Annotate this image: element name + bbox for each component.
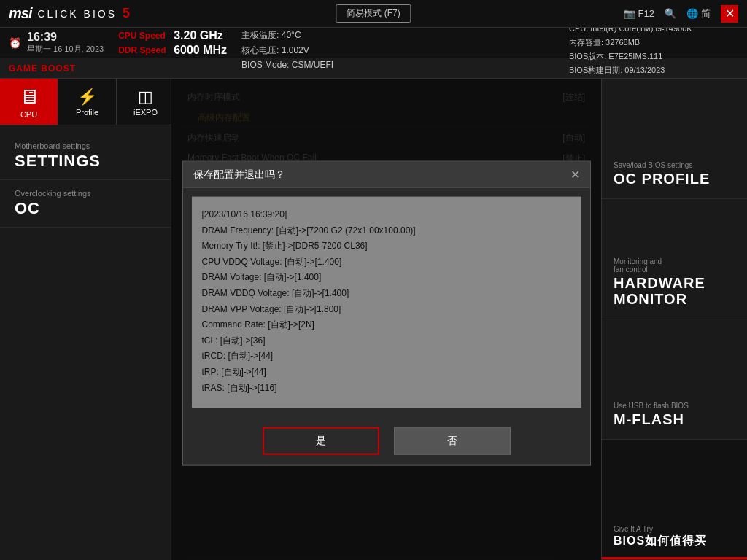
right-sidebar-mflash[interactable]: Use USB to flash BIOS M-FLASH [602,319,747,440]
sidebar-item-oc[interactable]: Overclocking settings OC [0,180,171,228]
game-boost-label: GAME BOOST [9,63,76,74]
log-line-2: Memory Try It!: [禁止]->[DDR5-7200 CL36] [202,238,571,254]
give-try-sub: Give It A Try [614,525,735,533]
camera-icon: 📷 [624,8,635,19]
left-sidebar: 🖥 CPU ⚡ Profile ◫ iEXPO Motherboard sett… [0,79,171,560]
dialog-footer: 是 否 [183,417,590,465]
right-sidebar-give-try[interactable]: Give It A Try BIOS如何值得买 [602,440,747,560]
bios-date-info: BIOS构建日期: 09/13/2023 [569,63,738,77]
log-line-10: tRP: [自动]->[44] [202,365,571,381]
language-button[interactable]: 🌐 简 [686,7,711,20]
nav-tab-profile[interactable]: ⚡ Profile [58,79,117,125]
log-line-6: DRAM VPP Voltage: [自动]->[1.800] [202,301,571,317]
right-sidebar-hw-monitor[interactable]: Monitoring andfan control HARDWAREMONITO… [602,199,747,319]
simple-mode-button[interactable]: 简易模式 (F7) [336,4,411,23]
confirm-no-button[interactable]: 否 [394,427,511,455]
ddr-speed-value: 6000 MHz [174,44,227,57]
right-sidebar: Save/load BIOS settings OC PROFILE Monit… [601,79,747,560]
cpu-icon: 🖥 [19,85,39,109]
sidebar-item-settings[interactable]: Motherboard settings SETTINGS [0,133,171,180]
header-center: 简易模式 (F7) [336,4,411,23]
log-line-7: Command Rate: [自动]->[2N] [202,317,571,333]
lang-label: 简 [701,7,711,20]
sidebar-oc-title: OC [15,199,156,218]
mflash-title: M-FLASH [614,411,735,427]
header-right: 📷 F12 🔍 🌐 简 ✕ [624,5,738,23]
clock-info: ⏰ 16:39 星期一 16 10月, 2023 [9,31,104,55]
memory-info: 内存容量: 32768MB [569,36,738,50]
logo-5-text: 5 [123,6,130,21]
iexpo-icon: ◫ [138,88,153,106]
mb-temp: 主板温度: 40°C [241,28,333,42]
sidebar-settings-title: SETTINGS [15,152,156,171]
logo: msi CLICK BIOS 5 [9,5,130,22]
cpu-speed-value: 3.20 GHz [174,29,223,42]
search-icon: 🔍 [665,8,676,19]
nav-tabs: 🖥 CPU ⚡ Profile ◫ iEXPO [0,79,171,125]
nav-tab-profile-label: Profile [76,108,98,117]
info-bar: ⏰ 16:39 星期一 16 10月, 2023 CPU Speed 3.20 … [0,28,747,58]
profile-icon: ⚡ [77,88,97,106]
globe-icon: 🌐 [686,8,698,19]
log-line-8: tCL: [自动]->[36] [202,332,571,349]
clock-date: 星期一 16 10月, 2023 [27,44,104,55]
search-button[interactable]: 🔍 [665,8,676,19]
dialog-titlebar: 保存配置并退出吗？ ✕ [183,162,590,188]
right-sidebar-oc-profile[interactable]: Save/load BIOS settings OC PROFILE [602,79,747,199]
dialog-body: [2023/10/16 16:39:20] DRAM Frequency: [自… [192,197,581,408]
logo-msi-text: msi [9,5,31,22]
log-line-9: tRCD: [自动]->[44] [202,349,571,365]
log-line-5: DRAM VDDQ Voltage: [自动]->[1.400] [202,286,571,302]
speed-info: CPU Speed 3.20 GHz DDR Speed 6000 MHz [118,29,227,57]
nav-tab-cpu-label: CPU [20,110,37,119]
hw-monitor-sub: Monitoring andfan control [614,257,735,273]
close-button[interactable]: ✕ [721,5,738,23]
cpu-speed-label: CPU Speed [118,31,169,41]
dialog-title: 保存配置并退出吗？ [193,168,285,181]
log-line-3: CPU VDDQ Voltage: [自动]->[1.400] [202,254,571,270]
bios-mode: BIOS Mode: CSM/UEFI [241,58,333,72]
core-voltage: 核心电压: 1.002V [241,43,333,58]
nav-tab-cpu[interactable]: 🖥 CPU [0,79,58,125]
give-try-title: BIOS如何值得买 [614,534,735,548]
header-bar: msi CLICK BIOS 5 简易模式 (F7) 📷 F12 🔍 🌐 简 ✕ [0,0,747,28]
clock-icon: ⏰ [9,37,21,49]
ddr-speed-label: DDR Speed [118,45,169,55]
clock-time: 16:39 [27,31,104,44]
sidebar-settings-sub: Motherboard settings [15,141,156,150]
screenshot-button[interactable]: 📷 F12 [624,8,654,19]
log-line-11: tRAS: [自动]->[116] [202,380,571,396]
oc-profile-sub: Save/load BIOS settings [614,161,735,169]
hw-monitor-title: HARDWAREMONITOR [614,275,735,307]
nav-tab-iexpo[interactable]: ◫ iEXPO [117,79,175,125]
confirm-yes-button[interactable]: 是 [263,427,379,455]
nav-tab-iexpo-label: iEXPO [133,108,158,117]
bios-ver-info: BIOS版本: E7E25IMS.111 [569,50,738,63]
log-line-1: DRAM Frequency: [自动]->[7200 G2 (72x1.00x… [202,222,571,238]
log-line-0: [2023/10/16 16:39:20] [202,207,571,223]
save-exit-dialog: 保存配置并退出吗？ ✕ [2023/10/16 16:39:20] DRAM F… [182,161,591,466]
oc-profile-title: OC PROFILE [614,171,735,187]
mflash-sub: Use USB to flash BIOS [614,402,735,410]
center-content: 内存时序模式 [连结] 高级内存配置 内存快速启动 [自动] Memory Fa… [171,79,601,560]
sidebar-menu: Motherboard settings SETTINGS Overclocki… [0,125,171,560]
f12-label: F12 [638,8,654,19]
dialog-close-button[interactable]: ✕ [570,168,580,182]
logo-click-bios-text: CLICK BIOS [37,8,117,20]
sidebar-oc-sub: Overclocking settings [15,189,156,198]
log-line-4: DRAM Voltage: [自动]->[1.400] [202,270,571,286]
main-layout: 🖥 CPU ⚡ Profile ◫ iEXPO Motherboard sett… [0,79,747,560]
